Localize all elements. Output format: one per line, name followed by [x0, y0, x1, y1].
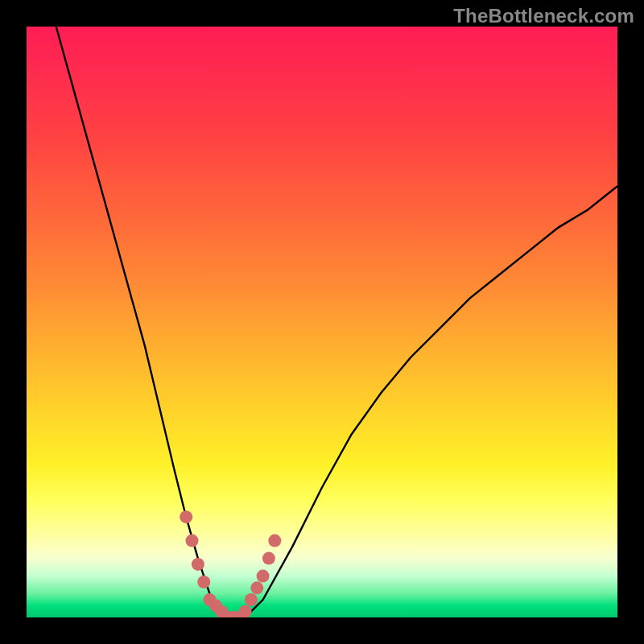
chart-frame: TheBottleneck.com — [0, 0, 644, 644]
gradient-background — [27, 27, 617, 617]
watermark-text: TheBottleneck.com — [453, 5, 634, 27]
